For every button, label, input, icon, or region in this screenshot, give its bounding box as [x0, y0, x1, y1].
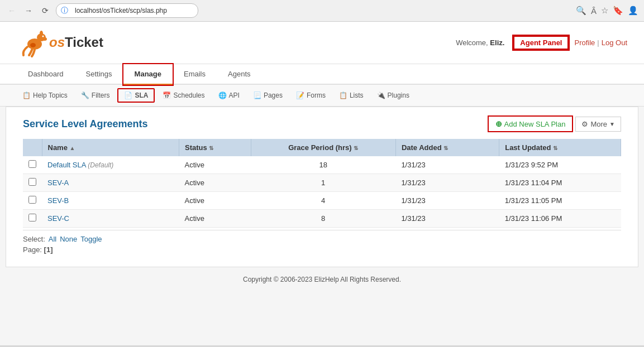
- add-btn-label: Add New SLA Plan: [504, 120, 566, 128]
- select-all-link[interactable]: All: [49, 235, 56, 243]
- subnav-lists[interactable]: 📋 Lists: [333, 89, 369, 102]
- row-checkbox[interactable]: [28, 196, 36, 204]
- forms-icon: 📝: [296, 91, 304, 99]
- pages-icon: 📃: [253, 91, 261, 99]
- footer-copyright: Copyright © 2006-2023 ElizHelp All Right…: [243, 276, 401, 283]
- filters-icon: 🔧: [81, 91, 89, 99]
- table-row: Default SLA (Default) Active 18 1/31/23 …: [23, 156, 621, 174]
- profile-link[interactable]: Profile: [574, 38, 595, 47]
- col-name[interactable]: Name ▲: [42, 139, 179, 156]
- subnav-forms[interactable]: 📝 Forms: [290, 89, 331, 102]
- row-name-cell: Default SLA (Default): [42, 156, 179, 174]
- row-updated-cell: 1/31/23 11:06 PM: [499, 210, 621, 228]
- svg-point-2: [42, 37, 47, 41]
- select-label: Select:: [23, 235, 45, 243]
- row-updated-cell: 1/31/23 9:52 PM: [499, 156, 621, 174]
- col-last-updated[interactable]: Last Updated ⇅: [499, 139, 621, 156]
- row-checkbox[interactable]: [28, 214, 36, 221]
- more-label: More: [590, 120, 607, 128]
- agent-panel-button[interactable]: Agent Panel: [513, 36, 569, 50]
- schedules-icon: 📅: [163, 91, 171, 99]
- row-grace-cell: 4: [251, 192, 395, 210]
- header-right: Welcome, Eliz. Agent Panel Profile | Log…: [456, 36, 627, 50]
- row-checkbox-cell: [23, 210, 42, 228]
- font-icon[interactable]: Â: [591, 6, 597, 16]
- subnav-sla[interactable]: 📄 SLA: [117, 88, 155, 103]
- select-toggle-link[interactable]: Toggle: [80, 235, 102, 243]
- table-row: SEV-B Active 4 1/31/23 1/31/23 11:05 PM: [23, 192, 621, 210]
- select-none-link[interactable]: None: [60, 235, 77, 243]
- browser-toolbar-icons: 🔍 Â ☆ 🔖 👤: [576, 6, 638, 16]
- table-header-row: Name ▲ Status ⇅ Grace Period (hrs) ⇅ Dat…: [23, 139, 621, 156]
- subnav-schedules[interactable]: 📅 Schedules: [157, 89, 210, 102]
- grace-sort-icon: ⇅: [354, 145, 358, 151]
- bookmark-icon[interactable]: 🔖: [613, 6, 623, 16]
- site-header: osTicket Welcome, Eliz. Agent Panel Prof…: [0, 22, 644, 64]
- default-tag: (Default): [88, 161, 113, 169]
- logo-text: osTicket: [49, 35, 103, 50]
- gear-icon: ⚙: [581, 120, 588, 128]
- col-status[interactable]: Status ⇅: [179, 139, 251, 156]
- chevron-down-icon: ▼: [609, 121, 615, 127]
- row-date-cell: 1/31/23: [395, 174, 499, 192]
- row-checkbox[interactable]: [28, 160, 36, 168]
- logo-area: osTicket: [17, 27, 103, 58]
- nav-settings[interactable]: Settings: [75, 64, 123, 85]
- page-title-bar: Service Level Agreements ⊕ Add New SLA P…: [23, 115, 621, 132]
- address-bar[interactable]: [70, 5, 193, 16]
- row-name-cell: SEV-B: [42, 192, 179, 210]
- table-row: SEV-A Active 1 1/31/23 1/31/23 11:04 PM: [23, 174, 621, 192]
- col-date-added[interactable]: Date Added ⇅: [395, 139, 499, 156]
- reload-button[interactable]: ⟳: [39, 4, 51, 17]
- subnav-plugins[interactable]: 🔌 Plugins: [371, 89, 415, 102]
- page-row: Page: [1]: [23, 245, 621, 254]
- row-status-cell: Active: [179, 210, 251, 228]
- nav-agents[interactable]: Agents: [217, 64, 261, 85]
- star-icon[interactable]: ☆: [601, 6, 608, 16]
- subnav-pages[interactable]: 📃 Pages: [247, 89, 288, 102]
- table-footer: Select: All None Toggle Page: [1]: [23, 230, 621, 258]
- status-sort-icon: ⇅: [209, 145, 213, 151]
- sla-name-link[interactable]: SEV-B: [47, 196, 69, 205]
- sla-name-link[interactable]: SEV-C: [47, 214, 69, 223]
- profile-icon[interactable]: 👤: [628, 6, 638, 16]
- site-footer: Copyright © 2006-2023 ElizHelp All Right…: [0, 267, 644, 292]
- logo-os: os: [49, 35, 65, 50]
- title-actions: ⊕ Add New SLA Plan ⚙ More ▼: [488, 115, 621, 132]
- row-checkbox-cell: [23, 192, 42, 210]
- logo-kangaroo-icon: [17, 27, 49, 58]
- nav-dashboard[interactable]: Dashboard: [17, 64, 75, 85]
- logout-link[interactable]: Log Out: [602, 38, 627, 47]
- main-nav: Dashboard Settings Manage Emails Agents: [0, 64, 644, 85]
- add-sla-plan-button[interactable]: ⊕ Add New SLA Plan: [488, 115, 574, 132]
- table-row: SEV-C Active 8 1/31/23 1/31/23 11:06 PM: [23, 210, 621, 228]
- row-updated-cell: 1/31/23 11:05 PM: [499, 192, 621, 210]
- nav-emails[interactable]: Emails: [173, 64, 217, 85]
- sla-name-link[interactable]: Default SLA: [47, 161, 86, 169]
- name-sort-icon: ▲: [70, 145, 75, 151]
- welcome-text: Welcome, Eliz.: [456, 38, 504, 47]
- page-wrapper: osTicket Welcome, Eliz. Agent Panel Prof…: [0, 22, 644, 345]
- sla-table-body: Default SLA (Default) Active 18 1/31/23 …: [23, 156, 621, 228]
- subnav-help-topics[interactable]: 📋 Help Topics: [17, 89, 73, 102]
- more-button[interactable]: ⚙ More ▼: [575, 117, 621, 132]
- subnav-api[interactable]: 🌐 API: [213, 89, 245, 102]
- browser-chrome: ← → ⟳ ⓘ 🔍 Â ☆ 🔖 👤: [0, 0, 644, 22]
- nav-manage[interactable]: Manage: [123, 64, 173, 85]
- select-row: Select: All None Toggle: [23, 235, 621, 243]
- row-status-cell: Active: [179, 156, 251, 174]
- page-num: [1]: [44, 245, 53, 254]
- row-grace-cell: 1: [251, 174, 395, 192]
- date-sort-icon: ⇅: [443, 145, 448, 151]
- row-status-cell: Active: [179, 192, 251, 210]
- sla-name-link[interactable]: SEV-A: [47, 179, 69, 187]
- row-name-cell: SEV-C: [42, 210, 179, 228]
- logo-text-area: osTicket: [49, 35, 103, 50]
- row-checkbox[interactable]: [28, 178, 36, 186]
- col-grace-period[interactable]: Grace Period (hrs) ⇅: [251, 139, 395, 156]
- search-icon[interactable]: 🔍: [576, 6, 586, 16]
- back-button[interactable]: ←: [6, 4, 18, 17]
- forward-button[interactable]: →: [22, 4, 35, 17]
- subnav-filters[interactable]: 🔧 Filters: [75, 89, 116, 102]
- row-name-cell: SEV-A: [42, 174, 179, 192]
